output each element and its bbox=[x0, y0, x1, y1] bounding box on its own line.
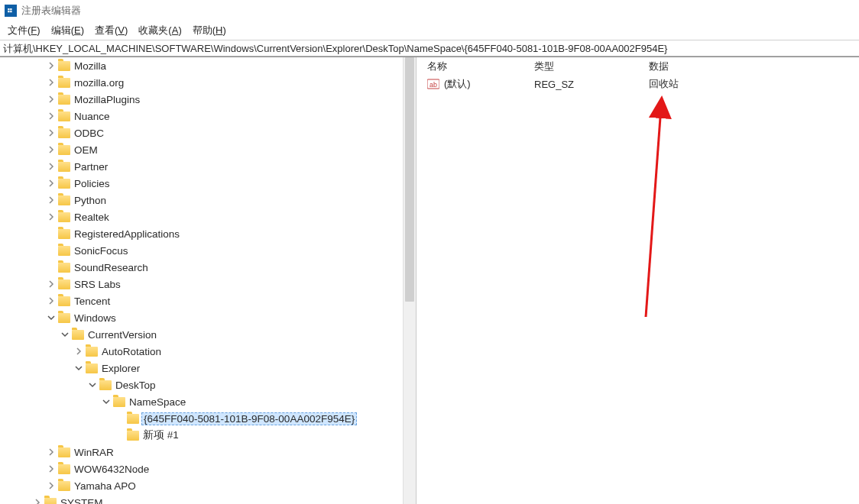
value-type: REG_SZ bbox=[534, 79, 649, 90]
svg-rect-2 bbox=[10, 8, 11, 10]
chevron-right-icon[interactable] bbox=[46, 195, 57, 205]
chevron-right-icon[interactable] bbox=[46, 144, 57, 155]
chevron-right-icon[interactable] bbox=[46, 161, 57, 172]
scrollbar-thumb[interactable] bbox=[405, 57, 414, 302]
chevron-right-icon[interactable] bbox=[46, 212, 57, 222]
chevron-down-icon[interactable] bbox=[46, 312, 57, 323]
folder-icon bbox=[58, 447, 70, 457]
chevron-right-icon[interactable] bbox=[46, 94, 57, 105]
tree-item-label: Python bbox=[74, 195, 106, 206]
window-title: 注册表编辑器 bbox=[21, 4, 81, 18]
tree-item[interactable]: SonicFocus bbox=[5, 242, 400, 259]
folder-icon bbox=[58, 179, 70, 189]
chevron-right-icon[interactable] bbox=[32, 497, 43, 504]
header-type[interactable]: 类型 bbox=[534, 60, 649, 73]
folder-icon bbox=[58, 145, 70, 155]
chevron-right-icon[interactable] bbox=[46, 60, 57, 71]
chevron-down-icon[interactable] bbox=[60, 329, 70, 340]
tree-item[interactable]: SYSTEM bbox=[5, 494, 400, 504]
tree-item-label: DeskTop bbox=[115, 380, 156, 391]
folder-icon bbox=[127, 431, 139, 441]
folder-icon bbox=[58, 246, 70, 256]
tree-item[interactable]: Partner bbox=[5, 158, 400, 175]
chevron-right-icon[interactable] bbox=[46, 77, 57, 88]
tree-item-label: Policies bbox=[74, 178, 110, 189]
tree-item[interactable]: WinRAR bbox=[5, 444, 400, 460]
chevron-right-icon[interactable] bbox=[73, 346, 84, 357]
chevron-right-icon[interactable] bbox=[46, 128, 57, 138]
chevron-right-icon[interactable] bbox=[46, 480, 57, 491]
folder-icon bbox=[58, 296, 70, 306]
tree-item-label: ODBC bbox=[74, 128, 104, 139]
tree-item[interactable]: OEM bbox=[5, 141, 400, 158]
tree[interactable]: Mozillamozilla.orgMozillaPluginsNuanceOD… bbox=[5, 57, 400, 504]
tree-item-label: NameSpace bbox=[129, 396, 186, 408]
tree-item[interactable]: Policies bbox=[5, 175, 400, 192]
tree-item[interactable]: ODBC bbox=[5, 124, 400, 141]
tree-item[interactable]: Tencent bbox=[5, 292, 400, 309]
menu-favorites[interactable]: 收藏夹(A) bbox=[138, 24, 181, 37]
tree-item[interactable]: WOW6432Node bbox=[5, 460, 400, 477]
tree-item[interactable]: Mozilla bbox=[5, 57, 400, 74]
tree-item-label: mozilla.org bbox=[74, 77, 124, 89]
tree-item[interactable]: Nuance bbox=[5, 108, 400, 124]
folder-icon bbox=[58, 195, 70, 205]
chevron-down-icon[interactable] bbox=[87, 380, 98, 390]
folder-icon bbox=[58, 229, 70, 239]
tree-item[interactable]: Realtek bbox=[5, 208, 400, 225]
tree-item[interactable]: Windows bbox=[5, 309, 400, 326]
tree-item[interactable]: Python bbox=[5, 192, 400, 208]
tree-item-label: Windows bbox=[74, 312, 116, 324]
menu-view[interactable]: 查看(V) bbox=[95, 24, 128, 37]
tree-item-label: SYSTEM bbox=[60, 497, 103, 505]
header-data[interactable]: 数据 bbox=[649, 60, 859, 73]
list-row[interactable]: ab (默认) REG_SZ 回收站 bbox=[417, 76, 859, 92]
tree-item[interactable]: NameSpace bbox=[5, 393, 400, 410]
chevron-right-icon[interactable] bbox=[46, 279, 57, 289]
chevron-right-icon[interactable] bbox=[46, 111, 57, 121]
chevron-right-icon[interactable] bbox=[46, 464, 57, 474]
tree-item[interactable]: DeskTop bbox=[5, 376, 400, 393]
tree-item-label: {645FF040-5081-101B-9F08-00AA002F954E} bbox=[144, 413, 355, 425]
vertical-scrollbar[interactable] bbox=[403, 57, 416, 504]
chevron-right-icon[interactable] bbox=[46, 178, 57, 189]
tree-item[interactable]: SoundResearch bbox=[5, 259, 400, 276]
values-pane: 名称 类型 数据 ab (默认) REG_SZ 回收站 bbox=[417, 57, 859, 504]
chevron-down-icon[interactable] bbox=[101, 396, 112, 407]
svg-rect-4 bbox=[10, 11, 11, 12]
folder-icon bbox=[58, 111, 70, 121]
chevron-down-icon[interactable] bbox=[73, 363, 84, 373]
svg-rect-3 bbox=[8, 11, 9, 12]
tree-item[interactable]: RegisteredApplications bbox=[5, 225, 400, 242]
menu-edit[interactable]: 编辑(E) bbox=[51, 24, 84, 37]
tree-item-label: Realtek bbox=[74, 212, 109, 223]
tree-item[interactable]: mozilla.org bbox=[5, 74, 400, 91]
tree-item[interactable]: SRS Labs bbox=[5, 276, 400, 292]
tree-item-label: Partner bbox=[74, 161, 108, 173]
folder-icon bbox=[58, 212, 70, 222]
menu-file[interactable]: 文件(F) bbox=[8, 24, 41, 37]
folder-icon bbox=[58, 464, 70, 474]
folder-icon bbox=[58, 481, 70, 491]
header-name[interactable]: 名称 bbox=[427, 60, 534, 73]
tree-item[interactable]: MozillaPlugins bbox=[5, 91, 400, 108]
chevron-right-icon[interactable] bbox=[46, 447, 57, 457]
svg-rect-1 bbox=[8, 8, 9, 10]
tree-item-label: SRS Labs bbox=[74, 279, 121, 290]
tree-item[interactable]: Yamaha APO bbox=[5, 477, 400, 494]
tree-item[interactable]: CurrentVersion bbox=[5, 326, 400, 343]
tree-item[interactable]: {645FF040-5081-101B-9F08-00AA002F954E} bbox=[5, 410, 400, 427]
tree-item[interactable]: 新项 #1 bbox=[5, 427, 400, 444]
folder-icon bbox=[127, 414, 139, 424]
folder-icon bbox=[72, 330, 84, 340]
address-bar[interactable]: 计算机\HKEY_LOCAL_MACHINE\SOFTWARE\Windows\… bbox=[0, 40, 859, 57]
menu-help[interactable]: 帮助(H) bbox=[193, 24, 226, 37]
annotation-arrow bbox=[417, 57, 859, 504]
tree-item[interactable]: AutoRotation bbox=[5, 343, 400, 360]
folder-icon bbox=[86, 363, 98, 373]
tree-item-label: Nuance bbox=[74, 111, 110, 122]
tree-item-label: Mozilla bbox=[74, 60, 106, 72]
chevron-right-icon[interactable] bbox=[46, 296, 57, 306]
tree-item-label: SoundResearch bbox=[74, 262, 148, 273]
tree-item[interactable]: Explorer bbox=[5, 360, 400, 376]
